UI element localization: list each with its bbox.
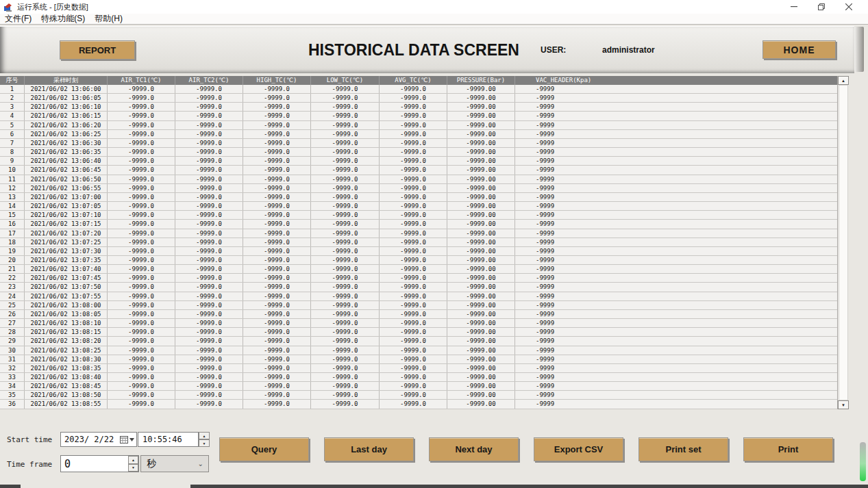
minimize-button[interactable] [780,0,808,14]
table-row[interactable]: 152021/06/02 13:07:10-9999.0-9999.0-9999… [0,211,837,220]
table-row[interactable]: 262021/06/02 13:08:05-9999.0-9999.0-9999… [0,310,837,319]
frame-spin-down-icon[interactable]: ▼ [128,464,138,472]
table-row[interactable]: 82021/06/02 13:06:35-9999.0-9999.0-9999.… [0,148,837,157]
table-row[interactable]: 102021/06/02 13:06:45-9999.0-9999.0-9999… [0,166,837,175]
table-row[interactable]: 22021/06/02 13:06:05-9999.0-9999.0-9999.… [0,94,837,103]
print-button[interactable]: Print [743,437,833,461]
table-cell: -9999.0 [243,256,311,264]
table-cell: -9999 [515,193,837,201]
table-row[interactable]: 242021/06/02 13:07:55-9999.0-9999.0-9999… [0,292,837,301]
table-row[interactable]: 112021/06/02 13:06:50-9999.0-9999.0-9999… [0,175,837,184]
table-cell: -9999 [515,337,837,345]
table-row[interactable]: 12021/06/02 13:06:00-9999.0-9999.0-9999.… [0,85,837,94]
table-row[interactable]: 232021/06/02 13:07:50-9999.0-9999.0-9999… [0,283,837,292]
table-scrollbar[interactable]: ▲ ▼ [837,76,848,409]
table-row[interactable]: 172021/06/02 13:07:20-9999.0-9999.0-9999… [0,229,837,238]
menu-item-0[interactable]: 文件(F) [0,13,36,25]
table-cell: 2021/06/02 13:06:00 [25,85,108,93]
table-cell: -9999 [515,130,837,138]
table-row[interactable]: 292021/06/02 13:08:20-9999.0-9999.0-9999… [0,337,837,346]
table-cell: -9999.0 [108,265,175,273]
table-cell: -9999.0 [175,148,243,156]
table-row[interactable]: 202021/06/02 13:07:35-9999.0-9999.0-9999… [0,256,837,265]
table-row[interactable]: 142021/06/02 13:07:05-9999.0-9999.0-9999… [0,202,837,211]
table-row[interactable]: 72021/06/02 13:06:30-9999.0-9999.0-9999.… [0,139,837,148]
time-spin-up-icon[interactable]: ▲ [199,432,210,439]
table-cell: -9999 [515,310,837,318]
table-row[interactable]: 62021/06/02 13:06:25-9999.0-9999.0-9999.… [0,130,837,139]
date-dropdown-icon[interactable] [129,438,134,441]
scrollbar-thumb[interactable] [839,85,848,400]
table-cell: -9999 [515,265,837,273]
table-row[interactable]: 312021/06/02 13:08:30-9999.0-9999.0-9999… [0,355,837,364]
restore-button[interactable] [808,0,835,14]
table-row[interactable]: 192021/06/02 13:07:30-9999.0-9999.0-9999… [0,247,837,256]
table-cell: -9999.0 [311,229,380,237]
table-row[interactable]: 222021/06/02 13:07:45-9999.0-9999.0-9999… [0,274,837,283]
table-cell: -9999.0 [243,382,311,390]
menu-item-1[interactable]: 特殊功能(S) [36,13,90,25]
table-row[interactable]: 352021/06/02 13:08:50-9999.0-9999.0-9999… [0,391,837,400]
window-scrollbar-thumb-green[interactable] [860,442,866,481]
print-set-button[interactable]: Print set [638,437,728,461]
table-cell: -9999.0 [108,247,175,255]
table-row[interactable]: 182021/06/02 13:07:25-9999.0-9999.0-9999… [0,238,837,247]
table-row[interactable]: 362021/06/02 13:08:55-9999.0-9999.0-9999… [0,400,837,409]
time-spin-down-icon[interactable]: ▼ [199,439,210,447]
table-cell: 2021/06/02 13:07:25 [25,238,108,246]
table-cell: -9999.00 [447,85,515,93]
table-cell: -9999.00 [447,139,515,147]
table-cell: -9999.0 [243,301,311,309]
table-row[interactable]: 342021/06/02 13:08:45-9999.0-9999.0-9999… [0,382,837,391]
table-cell: -9999.00 [447,346,515,355]
table-cell: 23 [0,283,25,291]
query-button[interactable]: Query [219,437,309,461]
calendar-icon[interactable] [120,435,128,444]
table-cell: -9999.0 [380,148,447,156]
table-cell: 24 [0,292,25,300]
home-button[interactable]: HOME [762,40,836,59]
table-row[interactable]: 252021/06/02 13:08:00-9999.0-9999.0-9999… [0,301,837,310]
table-row[interactable]: 332021/06/02 13:08:40-9999.0-9999.0-9999… [0,373,837,382]
export-csv-button[interactable]: Export CSV [534,437,623,461]
scroll-down-icon[interactable]: ▼ [838,400,849,409]
table-cell: -9999.0 [380,85,447,93]
table-cell: -9999.0 [243,391,311,399]
time-frame-input[interactable]: 0 [60,455,139,472]
table-row[interactable]: 32021/06/02 13:06:10-9999.0-9999.0-9999.… [0,103,837,112]
table-row[interactable]: 322021/06/02 13:08:35-9999.0-9999.0-9999… [0,364,837,373]
table-cell: 2021/06/02 13:07:20 [25,229,108,237]
table-cell: -9999.0 [175,121,243,129]
table-cell: 12 [0,184,25,192]
table-cell: 21 [0,265,25,273]
close-button[interactable] [835,0,863,14]
menu-item-2[interactable]: 帮助(H) [90,13,127,25]
last-day-button[interactable]: Last day [324,437,414,461]
table-row[interactable]: 42021/06/02 13:06:15-9999.0-9999.0-9999.… [0,112,837,120]
table-cell: -9999.00 [447,292,515,300]
table-row[interactable]: 162021/06/02 13:07:15-9999.0-9999.0-9999… [0,220,837,229]
table-row[interactable]: 132021/06/02 13:07:00-9999.0-9999.0-9999… [0,193,837,202]
time-unit-select[interactable]: 秒 ⌄ [140,455,209,472]
table-cell: -9999.0 [108,175,175,183]
window-scrollbar-thumb-top[interactable] [854,27,864,72]
table-row[interactable]: 282021/06/02 13:08:15-9999.0-9999.0-9999… [0,328,837,337]
table-cell: -9999.0 [380,238,447,246]
report-button[interactable]: REPORT [60,40,135,60]
table-row[interactable]: 302021/06/02 13:08:25-9999.0-9999.0-9999… [0,346,837,355]
table-cell: -9999.0 [175,94,243,102]
next-day-button[interactable]: Next day [429,437,519,461]
table-cell: -9999.0 [380,220,447,228]
table-row[interactable]: 272021/06/02 13:08:10-9999.0-9999.0-9999… [0,319,837,328]
table-cell: -9999 [515,229,837,237]
frame-spin-up-icon[interactable]: ▲ [128,456,138,464]
table-row[interactable]: 92021/06/02 13:06:40-9999.0-9999.0-9999.… [0,157,837,166]
table-cell: -9999.0 [380,400,447,408]
start-time-input[interactable]: 10:55:46 [138,432,199,447]
scroll-up-icon[interactable]: ▲ [838,76,849,85]
table-row[interactable]: 52021/06/02 13:06:20-9999.0-9999.0-9999.… [0,121,837,130]
start-date-input[interactable]: 2023/ 2/22 [60,432,137,447]
table-cell: -9999.0 [108,229,175,237]
table-row[interactable]: 212021/06/02 13:07:40-9999.0-9999.0-9999… [0,265,837,274]
table-row[interactable]: 122021/06/02 13:06:55-9999.0-9999.0-9999… [0,184,837,193]
